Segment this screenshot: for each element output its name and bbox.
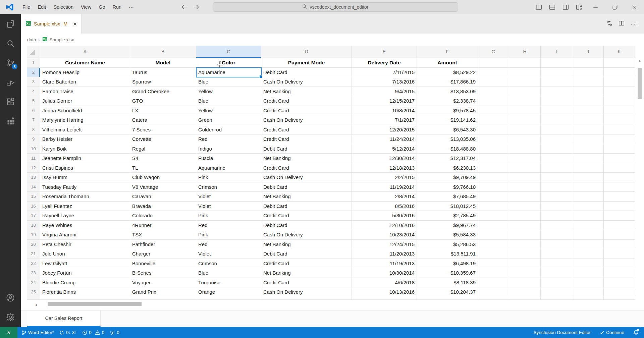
cell-E14[interactable]: 11/19/2014 (352, 182, 417, 192)
column-header-G[interactable]: G (478, 46, 509, 58)
cell-A21[interactable]: Jule Urion (40, 249, 130, 259)
cell-H25[interactable] (509, 287, 541, 297)
scroll-up-arrow-icon[interactable]: ▲ (638, 59, 642, 63)
cell-D15[interactable]: Net Banking (261, 192, 352, 202)
ports-status[interactable]: 0 (110, 330, 119, 335)
cell-D19[interactable]: Cash On Delivery (261, 230, 352, 240)
explorer-icon[interactable] (0, 14, 21, 34)
cell-I13[interactable] (541, 173, 572, 182)
cell-D12[interactable]: Credit Card (261, 163, 352, 173)
cell-I18[interactable] (541, 221, 572, 230)
cell-C5[interactable]: Blue (196, 96, 261, 106)
row-header-8[interactable]: 8 (27, 125, 40, 135)
cell-C20[interactable]: Red (196, 240, 261, 249)
document-editor-extension-icon[interactable] (0, 111, 21, 131)
cell-B19[interactable]: TSX (130, 230, 196, 240)
cell-G7[interactable] (478, 115, 509, 125)
cell-J18[interactable] (572, 221, 604, 230)
cell-A4[interactable]: Eamon Traise (40, 87, 130, 97)
cell-B10[interactable]: Regal (130, 144, 196, 154)
cell-E15[interactable]: 2/8/2014 (352, 192, 417, 202)
cell-F21[interactable]: $13,511.91 (417, 249, 478, 259)
menu-edit[interactable]: Edit (34, 0, 50, 14)
cell-K21[interactable] (604, 249, 635, 259)
cell-H3[interactable] (509, 77, 541, 87)
cell-G13[interactable] (478, 173, 509, 182)
cell-B12[interactable]: TL (130, 163, 196, 173)
cell-C21[interactable]: Violet (196, 249, 261, 259)
cell-K4[interactable] (604, 87, 635, 97)
cell-A23[interactable]: Jobey Fortun (40, 268, 130, 278)
cell-E9[interactable]: 11/24/2014 (352, 134, 417, 144)
open-changes-icon[interactable] (606, 20, 612, 27)
cell-K5[interactable] (604, 96, 635, 106)
account-icon[interactable] (0, 288, 21, 307)
cell-E26[interactable]: 10/22/2012 (352, 297, 417, 300)
cell-J13[interactable] (572, 173, 604, 182)
cell-F22[interactable]: $6,498.19 (417, 259, 478, 269)
cell-H18[interactable] (509, 221, 541, 230)
breadcrumb-folder[interactable]: data (27, 37, 36, 42)
cell-D14[interactable]: Debit Card (261, 182, 352, 192)
row-header-1[interactable]: 1 (27, 58, 40, 68)
cell-B26[interactable]: Sunbird (130, 297, 196, 300)
cell-J1[interactable] (572, 58, 604, 68)
cell-F9[interactable]: $13,035.06 (417, 134, 478, 144)
cell-I14[interactable] (541, 182, 572, 192)
cell-K2[interactable] (604, 68, 635, 77)
cell-K6[interactable] (604, 106, 635, 116)
cell-E19[interactable]: 10/23/2014 (352, 230, 417, 240)
cell-I15[interactable] (541, 192, 572, 202)
source-control-icon[interactable]: 5 (0, 53, 21, 72)
cell-D20[interactable]: Net Banking (261, 240, 352, 249)
row-header-22[interactable]: 22 (27, 259, 40, 269)
cell-A5[interactable]: Julius Gorner (40, 96, 130, 106)
cell-H16[interactable] (509, 202, 541, 211)
cell-H10[interactable] (509, 144, 541, 154)
cell-G10[interactable] (478, 144, 509, 154)
cell-C26[interactable]: Red (196, 297, 261, 300)
cell-C22[interactable]: Crimson (196, 259, 261, 269)
cell-G6[interactable] (478, 106, 509, 116)
cell-G14[interactable] (478, 182, 509, 192)
cell-B22[interactable]: Bonneville (130, 259, 196, 269)
cell-K1[interactable] (604, 58, 635, 68)
cell-D11[interactable]: Net Banking (261, 154, 352, 163)
cell-C24[interactable]: Turquoise (196, 278, 261, 288)
cell-E24[interactable]: 4/6/2018 (352, 278, 417, 288)
restore-button[interactable] (605, 0, 625, 14)
cell-B7[interactable]: Catera (130, 115, 196, 125)
cell-F16[interactable]: $18,012.45 (417, 202, 478, 211)
cell-J3[interactable] (572, 77, 604, 87)
cell-J16[interactable] (572, 202, 604, 211)
row-header-6[interactable]: 6 (27, 106, 40, 116)
cell-K22[interactable] (604, 259, 635, 269)
select-all-corner[interactable] (27, 46, 40, 58)
row-header-3[interactable]: 3 (27, 77, 40, 87)
cell-B15[interactable]: Caravan (130, 192, 196, 202)
cell-B25[interactable]: Grand Prix (130, 287, 196, 297)
cell-D21[interactable]: Debit Card (261, 249, 352, 259)
cell-I1[interactable] (541, 58, 572, 68)
cell-C9[interactable]: Red (196, 134, 261, 144)
cell-H12[interactable] (509, 163, 541, 173)
cell-G12[interactable] (478, 163, 509, 173)
cell-K10[interactable] (604, 144, 635, 154)
cell-F25[interactable]: $10,204.37 (417, 287, 478, 297)
cell-E7[interactable]: 7/1/2017 (352, 115, 417, 125)
cell-J7[interactable] (572, 115, 604, 125)
cell-I26[interactable] (541, 297, 572, 300)
cell-H14[interactable] (509, 182, 541, 192)
cell-C23[interactable]: Blue (196, 268, 261, 278)
cell-G19[interactable] (478, 230, 509, 240)
cell-K9[interactable] (604, 134, 635, 144)
cell-K18[interactable] (604, 221, 635, 230)
cell-G26[interactable] (478, 297, 509, 300)
cell-I11[interactable] (541, 154, 572, 163)
cell-B9[interactable]: Corvette (130, 134, 196, 144)
cell-H5[interactable] (509, 96, 541, 106)
menu-run[interactable]: Run (109, 0, 125, 14)
cell-I21[interactable] (541, 249, 572, 259)
cell-J23[interactable] (572, 268, 604, 278)
cell-J26[interactable] (572, 297, 604, 300)
